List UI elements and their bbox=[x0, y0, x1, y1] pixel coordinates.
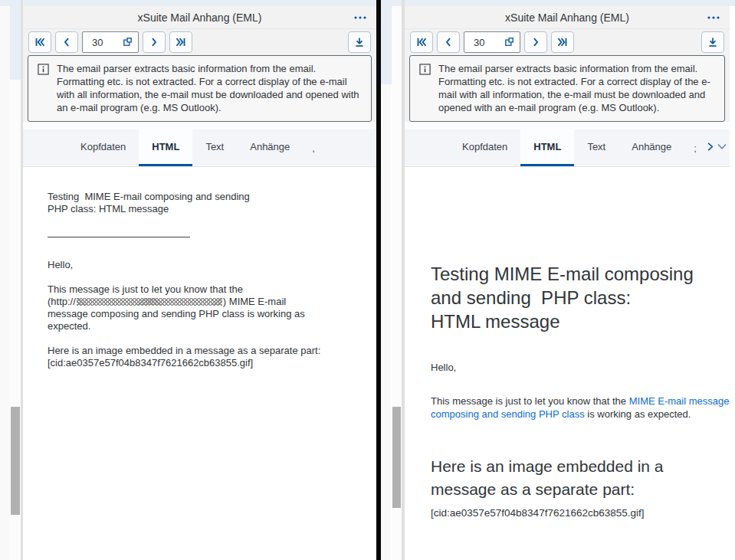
next-record-button[interactable] bbox=[143, 31, 166, 53]
mail-attachment-panel: xSuite Mail Anhang (EML) bbox=[23, 6, 376, 560]
email-subject-line: Testing MIME E-mail composing and sendin… bbox=[48, 191, 358, 203]
page-background-column bbox=[381, 6, 392, 84]
last-record-button[interactable] bbox=[169, 31, 192, 53]
tabbar-gap bbox=[23, 122, 376, 129]
signature-divider-line bbox=[48, 237, 190, 237]
page-background-column bbox=[10, 6, 21, 80]
tabbar-gap bbox=[405, 122, 730, 129]
tab-scroll-right-icon[interactable] bbox=[704, 141, 716, 156]
tab-bar: Kopfdaten HTML Text Anhänge , bbox=[23, 129, 376, 167]
info-message-text: The email parser extracts basic informat… bbox=[57, 62, 363, 114]
last-record-button[interactable] bbox=[551, 31, 574, 53]
email-html-content: Testing MIME E-mail composing and sendin… bbox=[405, 167, 730, 560]
left-viewer: xSuite Mail Anhang (EML) bbox=[0, 0, 376, 560]
tab-text[interactable]: Text bbox=[192, 129, 237, 166]
first-record-button[interactable] bbox=[28, 31, 51, 53]
tab-html[interactable]: HTML bbox=[520, 129, 574, 166]
mail-attachment-panel: xSuite Mail Anhang (EML) bbox=[405, 6, 730, 560]
info-message-box: The email parser extracts basic informat… bbox=[409, 55, 725, 122]
tab-bar: Kopfdaten HTML Text Anhänge ; bbox=[405, 129, 730, 167]
info-message-area: The email parser extracts basic informat… bbox=[23, 55, 376, 122]
download-button[interactable] bbox=[701, 31, 724, 53]
email-body-line: message composing and sending PHP class … bbox=[48, 308, 358, 320]
value-help-icon[interactable] bbox=[122, 36, 133, 47]
page-scrollbar-thumb[interactable] bbox=[392, 407, 401, 508]
previous-record-button[interactable] bbox=[437, 31, 460, 53]
info-message-area: The email parser extracts basic informat… bbox=[405, 55, 730, 122]
skip-to-first-icon bbox=[34, 36, 46, 48]
email-plaintext-content: Testing MIME E-mail composing and sendin… bbox=[23, 167, 376, 560]
email-greeting: Hello, bbox=[431, 362, 711, 373]
info-message-box: The email parser extracts basic informat… bbox=[28, 55, 372, 122]
navigation-toolbar bbox=[405, 29, 730, 55]
email-subject-heading: Testing MIME E-mail composing and sendin… bbox=[431, 262, 711, 333]
email-body-paragraph: This message is just to let you know tha… bbox=[431, 395, 730, 421]
navigation-toolbar bbox=[23, 29, 376, 55]
url-prefix: (http:// bbox=[48, 296, 76, 307]
cid-reference: [cid:ae0357e57f04b8347f7621662cb63855.gi… bbox=[48, 357, 358, 369]
page-background-column bbox=[381, 6, 391, 560]
information-icon bbox=[419, 64, 431, 114]
chevron-left-icon bbox=[61, 36, 73, 48]
overflow-menu-icon[interactable] bbox=[353, 6, 367, 28]
embedded-image-intro: Here is an image embedded in a message a… bbox=[48, 345, 358, 357]
first-record-button[interactable] bbox=[410, 31, 433, 53]
info-message-text: The email parser extracts basic informat… bbox=[438, 62, 717, 114]
chevron-left-icon bbox=[442, 36, 454, 48]
tab-html[interactable]: HTML bbox=[139, 129, 192, 166]
panel-header: xSuite Mail Anhang (EML) bbox=[405, 6, 730, 29]
panel-title: xSuite Mail Anhang (EML) bbox=[138, 11, 262, 24]
email-greeting: Hello, bbox=[48, 259, 358, 271]
skip-to-last-icon bbox=[556, 36, 569, 48]
chevron-right-icon bbox=[148, 36, 160, 48]
download-button[interactable] bbox=[348, 31, 371, 53]
email-body-line: This message is just to let you know tha… bbox=[48, 283, 358, 296]
url-suffix: ) MIME E-mail bbox=[223, 296, 286, 307]
tab-anhaenge[interactable]: Anhänge bbox=[619, 129, 684, 166]
previous-record-button[interactable] bbox=[55, 31, 78, 53]
page-background-strip bbox=[381, 0, 735, 6]
record-number-field bbox=[464, 31, 520, 53]
page-background-column bbox=[0, 6, 10, 560]
body-text: This message is just to let you know tha… bbox=[431, 395, 629, 407]
chevron-right-icon bbox=[530, 36, 542, 48]
page-background-strip bbox=[0, 0, 376, 6]
overflow-menu-icon[interactable] bbox=[707, 6, 720, 28]
email-body-line: expected. bbox=[48, 320, 358, 332]
record-number-field bbox=[82, 31, 139, 53]
download-icon bbox=[707, 36, 719, 48]
tab-overflow-fragment: ; bbox=[694, 142, 697, 154]
skip-to-first-icon bbox=[415, 36, 428, 48]
chevron-down-icon[interactable] bbox=[716, 140, 728, 156]
redacted-url-block bbox=[77, 298, 222, 306]
next-record-button[interactable] bbox=[524, 31, 547, 53]
download-icon bbox=[353, 36, 366, 48]
information-icon bbox=[38, 64, 49, 114]
tab-text[interactable]: Text bbox=[574, 129, 619, 166]
tab-anhaenge[interactable]: Anhänge bbox=[237, 129, 303, 166]
tab-kopfdaten[interactable]: Kopfdaten bbox=[67, 129, 139, 166]
panel-header: xSuite Mail Anhang (EML) bbox=[23, 6, 376, 29]
body-text: is working as expected. bbox=[585, 408, 691, 420]
page-scrollbar-thumb[interactable] bbox=[11, 407, 20, 515]
panel-title: xSuite Mail Anhang (EML) bbox=[505, 11, 629, 24]
value-help-icon[interactable] bbox=[504, 36, 515, 47]
email-body-line: (http://) MIME E-mail bbox=[48, 296, 358, 308]
cid-reference: [cid:ae0357e57f04b8347f7621662cb63855.gi… bbox=[431, 507, 711, 519]
email-subject-line: PHP class: HTML message bbox=[48, 203, 358, 215]
right-viewer: xSuite Mail Anhang (EML) bbox=[381, 0, 735, 560]
tab-overflow-fragment: , bbox=[312, 142, 315, 154]
skip-to-last-icon bbox=[175, 36, 187, 48]
tab-kopfdaten[interactable]: Kopfdaten bbox=[449, 129, 520, 166]
embedded-image-heading: Here is an image embedded in a message a… bbox=[431, 455, 711, 501]
